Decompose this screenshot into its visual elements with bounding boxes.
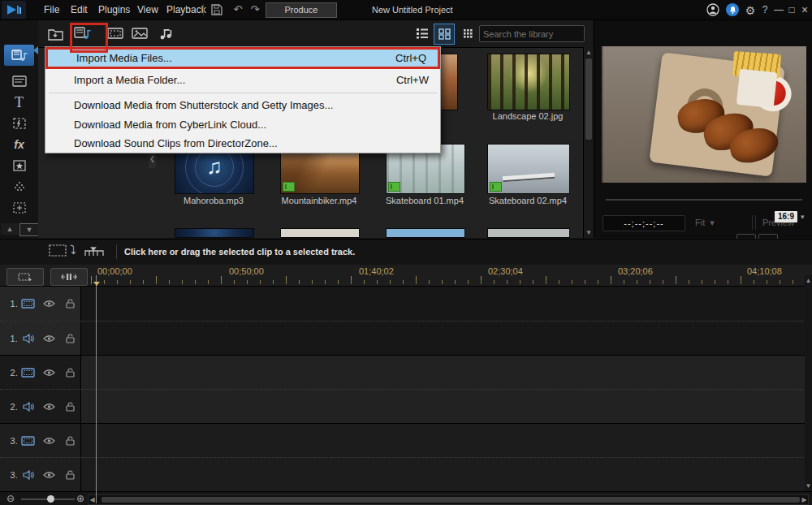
scroll-down-icon[interactable]: ▼ [805, 482, 812, 490]
storyboard-room-tab[interactable] [4, 71, 34, 92]
track-lock-icon[interactable] [59, 368, 80, 378]
menu-item-download-directorzone[interactable]: Download Sound Clips from DirectorZone..… [45, 133, 440, 153]
masking-room-tab[interactable] [4, 197, 34, 218]
timeline-track-lane[interactable] [81, 322, 806, 356]
media-thumbnail[interactable] [386, 228, 465, 238]
timeline-hscrollbar[interactable]: ◀ ▶ [88, 494, 809, 505]
aspect-ratio-badge[interactable]: 16:9 [775, 211, 797, 222]
timecode-display[interactable]: --;--;--;-- [603, 215, 685, 231]
notification-bell-icon[interactable] [726, 3, 739, 16]
zoom-slider-knob[interactable] [47, 495, 54, 503]
track-lock-icon[interactable] [59, 436, 80, 446]
drag-to-track-bar[interactable]: ⤵ Click here or drag the selected clip t… [0, 239, 812, 265]
pip-objects-room-tab[interactable] [4, 155, 34, 176]
preview-seekbar[interactable] [606, 199, 802, 201]
settings-gear-icon[interactable]: ⚙ [743, 3, 758, 18]
track-header-audio-1[interactable]: 1. [0, 322, 81, 356]
track-header-video-1[interactable]: 1. [0, 287, 81, 321]
track-lock-icon[interactable] [59, 299, 80, 309]
track-lock-icon[interactable] [59, 334, 80, 343]
track-row: 2. [0, 389, 806, 424]
track-visibility-eye-icon[interactable] [39, 335, 60, 343]
timeline-track-lane[interactable] [81, 458, 806, 492]
scrollbar-thumb[interactable] [102, 497, 800, 503]
track-header-audio-2[interactable]: 2. [0, 390, 81, 424]
media-room-tab[interactable] [4, 45, 34, 66]
media-thumbnail[interactable] [487, 228, 570, 238]
track-visibility-eye-icon[interactable] [39, 369, 60, 377]
playhead-marker[interactable] [93, 282, 100, 286]
timeline-track-lane[interactable] [81, 287, 806, 321]
maximize-icon[interactable]: □ [785, 0, 798, 19]
grid-view-button[interactable] [434, 24, 455, 45]
effect-room-tab[interactable]: fx [4, 134, 34, 155]
audio-track-icon [18, 334, 39, 343]
timeline-track-lane[interactable] [81, 424, 806, 458]
redo-icon[interactable]: ↷ [248, 2, 262, 17]
track-number: 3. [0, 470, 18, 480]
track-visibility-eye-icon[interactable] [39, 300, 60, 308]
search-input[interactable] [480, 29, 602, 39]
playhead-line[interactable] [96, 275, 97, 503]
produce-button[interactable]: Produce [266, 2, 337, 18]
scrollbar-thumb[interactable] [585, 58, 592, 140]
media-thumbnail[interactable] [487, 144, 570, 194]
curved-arrow-icon: ⤵ [70, 243, 76, 257]
track-lock-icon[interactable] [59, 402, 80, 412]
menu-item-download-shutterstock[interactable]: Download Media from Shutterstock and Get… [45, 95, 440, 115]
library-search-box[interactable] [479, 25, 585, 42]
track-header-audio-3[interactable]: 3. [0, 458, 81, 492]
library-menu-button[interactable] [460, 24, 476, 43]
track-visibility-eye-icon[interactable] [39, 403, 60, 411]
media-thumbnail[interactable] [175, 228, 254, 238]
sidebar-scroll-up-icon[interactable]: ▲ [1, 223, 19, 235]
video-clip-badge-icon [388, 182, 400, 192]
save-icon[interactable] [209, 2, 224, 17]
title-room-tab[interactable]: T [4, 92, 34, 113]
zoom-out-icon[interactable]: ⊖ [6, 493, 15, 504]
scroll-up-icon[interactable]: ▲ [584, 49, 594, 56]
scroll-right-icon[interactable]: ▶ [801, 496, 808, 503]
zoom-in-icon[interactable]: ⊕ [76, 493, 84, 504]
scroll-left-icon[interactable]: ◀ [89, 496, 96, 503]
aspect-ratio-caret-icon[interactable]: ▾ [801, 211, 805, 222]
menu-item-download-cyberlink-cloud[interactable]: Download Media from CyberLink Cloud... [45, 114, 440, 135]
track-number: 1. [0, 334, 18, 343]
minimize-icon[interactable]: — [772, 0, 785, 19]
track-header-video-2[interactable]: 2. [0, 356, 81, 390]
track-lock-icon[interactable] [59, 470, 80, 480]
menu-file[interactable]: File [37, 0, 66, 19]
scroll-up-icon[interactable]: ▲ [805, 277, 812, 284]
timeline-vscrollbar[interactable]: ▲ ▼ [805, 275, 812, 491]
menu-edit[interactable]: Edit [64, 0, 94, 19]
track-manager-button[interactable] [6, 268, 44, 286]
track-visibility-eye-icon[interactable] [39, 471, 60, 479]
shortcut-label: Ctrl+Q [395, 50, 426, 67]
help-icon[interactable]: ? [758, 0, 771, 19]
undo-icon[interactable]: ↶ [231, 2, 245, 17]
scroll-down-icon[interactable]: ▼ [584, 229, 594, 236]
import-media-button[interactable] [45, 24, 67, 43]
timeline-track-lane[interactable] [81, 356, 806, 390]
track-header-video-3[interactable]: 3. [0, 424, 81, 458]
sidebar-scroll-down-icon[interactable]: ▼ [19, 223, 39, 236]
media-thumbnail[interactable] [280, 228, 360, 238]
drag-hint-text: Click here or drag the selected clip to … [124, 240, 355, 265]
track-icon [84, 244, 104, 257]
close-icon[interactable]: × [798, 0, 811, 19]
track-visibility-eye-icon[interactable] [39, 437, 60, 445]
filter-audio-button[interactable] [154, 24, 176, 43]
account-icon[interactable] [706, 3, 719, 16]
menu-item-import-media-folder[interactable]: Import a Media Folder... Ctrl+W [45, 70, 440, 90]
fit-timeline-button[interactable] [50, 268, 88, 286]
audio-track-icon [18, 470, 39, 480]
zoom-fit-dropdown[interactable]: Fit ▾ [690, 215, 753, 230]
list-view-button[interactable] [412, 24, 432, 43]
filter-photo-button[interactable] [128, 24, 150, 43]
media-thumbnail[interactable] [487, 54, 570, 110]
timeline-track-lane[interactable] [81, 390, 806, 424]
library-scrollbar[interactable]: ▲ ▼ [583, 47, 594, 238]
particle-room-tab[interactable] [4, 176, 34, 197]
transition-room-tab[interactable] [4, 113, 34, 134]
menu-playback[interactable]: Playback [160, 0, 213, 19]
